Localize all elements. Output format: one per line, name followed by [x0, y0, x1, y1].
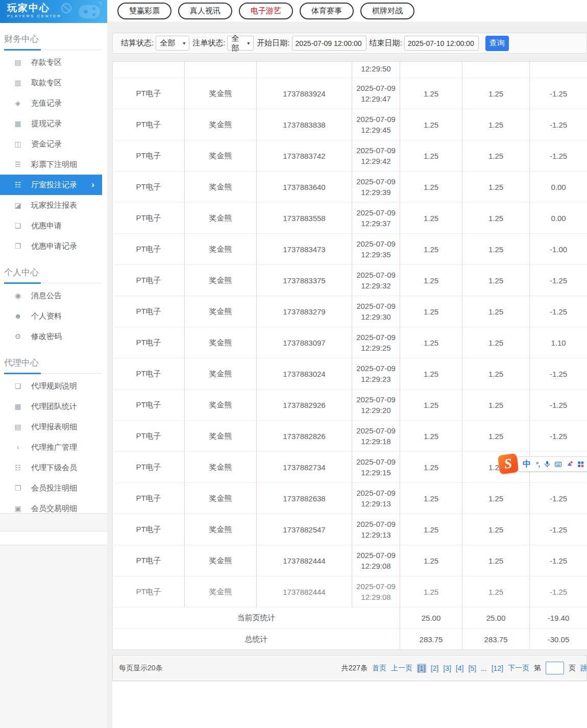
page-number-link[interactable]: [12]	[492, 664, 503, 672]
order-number-cell: 1737882926	[257, 390, 352, 421]
sidebar-finance-list: ▤ 存款专区 ▥ 取款专区 ◈ 充值记录 ▦ 提现记录	[0, 52, 107, 256]
prev-page-link[interactable]: 上一页	[391, 664, 412, 673]
page-number-link[interactable]: [1]	[417, 664, 426, 673]
sidebar-item-label: 存款专区	[31, 58, 62, 67]
platform-cell: PT电子	[113, 545, 185, 576]
bet-amount-cell: 1.25	[400, 140, 462, 172]
bet-amount-cell: 1.25	[400, 545, 462, 576]
valid-bet-cell: 1.25	[462, 390, 530, 421]
valid-bet-cell: 1.25	[462, 545, 530, 576]
start-date-input[interactable]	[292, 36, 366, 51]
valid-bet-cell: 1.25	[462, 140, 530, 172]
time-cell: 2025-07-0912:29:08	[352, 545, 400, 576]
sidebar-item[interactable]: ◉ 消息公告	[0, 285, 107, 306]
punctuation-icon[interactable]: °,	[536, 460, 540, 468]
platform-cell: PT电子	[113, 109, 185, 140]
end-date-input[interactable]	[404, 36, 479, 51]
first-page-link[interactable]: 首页	[372, 664, 386, 673]
jump-button[interactable]: 跳转	[580, 664, 587, 673]
table-row: PT电子 奖金熊 1737882444 2025-07-0912:29:08 1…	[113, 545, 587, 576]
time-cell: 2025-07-0912:29:13	[352, 483, 400, 514]
table-row: PT电子 奖金熊 1737882444 2025-07-0912:29:08 1…	[113, 576, 587, 608]
category-tab[interactable]: 电子游艺	[239, 3, 293, 19]
page-number-link[interactable]: [3]	[443, 664, 451, 672]
password-icon: ⚙	[13, 332, 22, 341]
order-number-cell: 1737883640	[257, 172, 352, 203]
sidebar-item[interactable]: ☻ 个人资料	[0, 306, 107, 326]
winloss-cell: -1.25	[530, 545, 587, 576]
ime-mode-button[interactable]: 中	[523, 460, 531, 468]
skin-icon[interactable]	[567, 460, 573, 468]
winloss-cell: -1.25	[530, 358, 587, 390]
sidebar-item[interactable]: ◈ 充值记录	[0, 93, 107, 113]
sidebar-agent-list: ❏ 代理规则说明 ▦ 代理团队统计 ▤ 代理报表明细 ‹ 代理推广管理	[0, 376, 107, 519]
order-number-cell: 1737883558	[257, 203, 352, 234]
valid-bet-cell: 1.25	[462, 483, 530, 514]
page-summary-winloss: -19.40	[530, 608, 587, 629]
sidebar-item[interactable]: ▦ 提现记录	[0, 113, 107, 134]
sidebar-item[interactable]: ❐ 优惠申请记录	[0, 236, 107, 256]
agent-members-icon: ☷	[13, 464, 22, 472]
category-tab[interactable]: 体育赛事	[300, 3, 354, 19]
sidebar-item[interactable]: ▤ 存款专区	[0, 52, 107, 72]
order-status-select[interactable]: 全部 ▾	[227, 36, 254, 51]
agent-rules-icon: ❏	[13, 382, 22, 390]
bet-amount-cell: 1.25	[400, 234, 462, 265]
order-number-cell: 1737883097	[257, 327, 352, 358]
time-cell: 2025-07-0912:29:20	[352, 390, 400, 421]
platform-cell: PT电子	[113, 421, 185, 452]
sidebar-item[interactable]: ☰ 彩票下注明细	[0, 154, 107, 175]
promo-record-icon: ❐	[13, 242, 22, 250]
page-number-link[interactable]: ...	[481, 664, 487, 672]
sidebar-item[interactable]: ▣ 会员交易明细	[0, 498, 107, 519]
winloss-cell: -1.25	[530, 109, 587, 140]
platform-cell: PT电子	[113, 327, 185, 358]
sidebar-item[interactable]: ◫ 资金记录	[0, 134, 107, 154]
ime-logo-icon[interactable]: S	[498, 453, 519, 474]
sidebar-item[interactable]: ☷ 厅室投注记录 ›	[0, 175, 102, 195]
time-cell: 2025-07-0912:29:35	[352, 234, 400, 265]
game-cell: 奖金熊	[185, 358, 257, 390]
category-tab[interactable]: 棋牌对战	[360, 3, 414, 19]
sidebar-item[interactable]: ▤ 代理报表明细	[0, 417, 107, 437]
lottery-bet-detail-icon: ☰	[13, 160, 22, 168]
sidebar-item[interactable]: ⚙ 修改密码	[0, 326, 107, 347]
platform-cell	[113, 62, 185, 78]
toolbox-icon[interactable]	[578, 460, 584, 468]
game-cell: 奖金熊	[185, 421, 257, 452]
table-row: PT电子 奖金熊 1737883558 2025-07-0912:29:37 1…	[113, 203, 587, 234]
sidebar-item[interactable]: ☷ 代理下级会员	[0, 457, 107, 478]
category-tab[interactable]: 真人视讯	[178, 3, 232, 19]
next-page-link[interactable]: 下一页	[508, 664, 529, 673]
sidebar-item[interactable]: ▦ 代理团队统计	[0, 396, 107, 417]
sidebar-item[interactable]: ❒ 会员投注明细	[0, 478, 107, 498]
keyboard-icon[interactable]	[555, 461, 561, 468]
order-number-cell: 1737883742	[257, 140, 352, 172]
sidebar-item[interactable]: ❏ 优惠申请	[0, 215, 107, 236]
player-bet-report-icon: ◪	[13, 201, 22, 209]
sidebar-item[interactable]: ‹ 代理推广管理	[0, 437, 107, 457]
agent-promotion-icon: ‹	[13, 443, 22, 451]
sidebar-item[interactable]: ◪ 玩家投注报表	[0, 195, 107, 215]
category-tab[interactable]: 雙赢彩票	[117, 3, 172, 19]
microphone-icon[interactable]	[545, 460, 550, 469]
page-number-link[interactable]: [4]	[456, 664, 464, 672]
total-summary-label: 总统计	[113, 629, 400, 650]
time-cell: 2025-07-0912:29:39	[352, 172, 400, 203]
platform-cell: PT电子	[113, 172, 185, 203]
query-button[interactable]: 查询	[485, 36, 509, 51]
page-number-link[interactable]: [5]	[468, 664, 476, 672]
sidebar-section-agent: 代理中心	[4, 357, 102, 374]
bet-amount-cell: 1.25	[400, 483, 462, 514]
sidebar-item[interactable]: ❏ 代理规则说明	[0, 376, 107, 396]
ime-toolbar: 中 °,	[518, 456, 587, 472]
total-summary-valid: 283.75	[462, 629, 530, 650]
page-number-link[interactable]: [2]	[431, 664, 439, 672]
bet-amount-cell: 1.25	[400, 265, 462, 296]
settle-status-select[interactable]: 全部 ▾	[156, 36, 189, 51]
sidebar-item-label: 会员投注明细	[31, 483, 77, 493]
table-row: PT电子 奖金熊 1737882638 2025-07-0912:29:13 1…	[113, 483, 587, 514]
jump-page-input[interactable]	[546, 662, 564, 674]
valid-bet-cell: 1.25	[462, 514, 530, 545]
sidebar-item[interactable]: ▥ 取款专区	[0, 72, 107, 93]
